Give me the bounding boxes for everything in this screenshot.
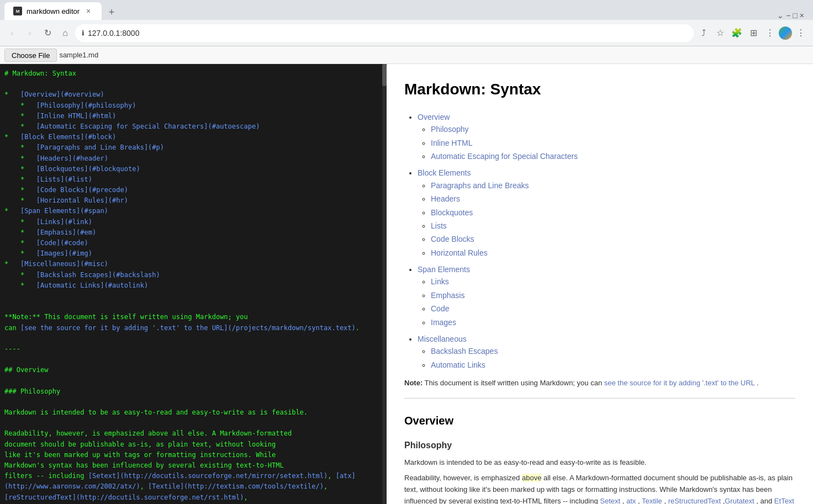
window-minimize-button[interactable]: −: [786, 11, 790, 20]
note-body: This document is itself written using Ma…: [423, 379, 604, 387]
nav-link-inline-html[interactable]: Inline HTML: [431, 139, 472, 147]
note-source-link[interactable]: see the source for it by adding '.text' …: [604, 379, 755, 387]
nav-link-backslash[interactable]: Backslash Escapes: [431, 347, 498, 356]
comma2: ,: [636, 497, 642, 504]
preview-title: Markdown: Syntax: [404, 77, 795, 102]
share-button[interactable]: ⤴: [696, 25, 711, 41]
overview-heading: Overview: [404, 412, 795, 429]
chevron-icon[interactable]: ⌄: [777, 11, 784, 20]
tab-close-button[interactable]: ×: [84, 7, 93, 15]
note-box: Note: This document is itself written us…: [404, 378, 795, 389]
tab-bar: M markdown editor × + ⌄ − □ ×: [0, 0, 813, 20]
profile-avatar: [779, 26, 792, 40]
file-name-label: sample1.md: [59, 51, 98, 59]
content-area: # Markdown: Syntax * [Overview](#overvie…: [0, 64, 813, 504]
nav-link-emphasis[interactable]: Emphasis: [431, 291, 464, 300]
editor-scrollbar[interactable]: [382, 64, 387, 504]
note-end: .: [754, 379, 758, 387]
nav-link-code[interactable]: Code: [431, 304, 449, 313]
nav-link-blockquotes[interactable]: Blockquotes: [431, 208, 473, 217]
nav-link-block-elements[interactable]: Block Elements: [418, 168, 471, 177]
nav-link-lists[interactable]: Lists: [431, 221, 447, 230]
nav-link-span-elements[interactable]: Span Elements: [418, 265, 470, 274]
tab-title: markdown editor: [27, 7, 80, 15]
nav-link-autoescape[interactable]: Automatic Escaping for Special Character…: [431, 152, 578, 161]
address-bar[interactable]: ℹ 127.0.0.1:8000: [75, 24, 694, 42]
profile-button[interactable]: ⊞: [746, 25, 761, 41]
comma5: , and: [754, 497, 774, 504]
security-icon: ℹ: [82, 29, 85, 37]
nav-link-paragraphs[interactable]: Paragraphs and Line Breaks: [431, 181, 529, 190]
comma3: ,: [662, 497, 668, 504]
setext-link[interactable]: Setext: [600, 497, 620, 504]
more-menu-button[interactable]: ⋮: [793, 25, 809, 41]
bookmark-button[interactable]: ☆: [712, 25, 728, 41]
file-toolbar: Choose File sample1.md: [0, 46, 813, 64]
nav-list: Overview Philosophy Inline HTML Automati…: [404, 111, 795, 371]
restructured-link[interactable]: reStructuredText: [668, 497, 721, 504]
nav-link-images[interactable]: Images: [431, 318, 456, 327]
nav-link-horizontal-rules[interactable]: Horizontal Rules: [431, 248, 488, 257]
new-tab-button[interactable]: +: [104, 4, 119, 20]
choose-file-button[interactable]: Choose File: [4, 49, 57, 62]
browser-controls: ‹ › ↻ ⌂ ℹ 127.0.0.1:8000 ⤴ ☆ 🧩 ⊞ ⋮ ⋮: [0, 20, 813, 46]
grutatext-link[interactable]: Grutatext: [725, 497, 754, 504]
nav-link-headers[interactable]: Headers: [431, 194, 460, 203]
philosophy-heading: Philosophy: [404, 438, 795, 453]
textile-link[interactable]: Textile: [642, 497, 662, 504]
section-divider: [404, 398, 795, 399]
philosophy-para2: Readability, however, is emphasized abov…: [404, 473, 795, 504]
editor-content: # Markdown: Syntax * [Overview](#overvie…: [4, 68, 382, 504]
nav-link-code-blocks[interactable]: Code Blocks: [431, 235, 474, 243]
nav-link-overview[interactable]: Overview: [418, 113, 450, 121]
nav-link-links[interactable]: Links: [431, 277, 449, 286]
address-text: 127.0.0.1:8000: [88, 29, 139, 38]
note-label: Note:: [404, 379, 423, 387]
reload-button[interactable]: ↻: [40, 25, 55, 41]
atx-link[interactable]: atx: [626, 497, 636, 504]
browser-menu-button[interactable]: ⋮: [762, 25, 778, 41]
nav-link-miscellaneous[interactable]: Miscellaneous: [418, 335, 467, 343]
philosophy-para1: Markdown is intended to be as easy-to-re…: [404, 457, 795, 469]
philosophy-highlight: above: [522, 474, 541, 482]
scrollbar-thumb[interactable]: [382, 64, 387, 86]
active-tab[interactable]: M markdown editor ×: [4, 2, 102, 20]
window-maximize-button[interactable]: □: [793, 11, 797, 20]
tab-favicon: M: [13, 7, 22, 15]
back-button[interactable]: ‹: [4, 25, 20, 41]
extensions-button[interactable]: 🧩: [729, 25, 745, 41]
ettext-link[interactable]: EtText: [774, 497, 794, 504]
nav-link-philosophy[interactable]: Philosophy: [431, 125, 469, 134]
browser-actions: ⤴ ☆ 🧩 ⊞ ⋮ ⋮: [696, 25, 809, 41]
nav-link-auto-links[interactable]: Automatic Links: [431, 360, 485, 369]
home-button[interactable]: ⌂: [57, 25, 73, 41]
comma1: ,: [620, 497, 626, 504]
preview-pane: Markdown: Syntax Overview Philosophy Inl…: [387, 64, 813, 504]
window-close-button[interactable]: ×: [800, 11, 804, 20]
forward-button[interactable]: ›: [22, 25, 38, 41]
editor-pane[interactable]: # Markdown: Syntax * [Overview](#overvie…: [0, 64, 387, 504]
philosophy-text-start: Readability, however, is emphasized: [404, 474, 522, 482]
